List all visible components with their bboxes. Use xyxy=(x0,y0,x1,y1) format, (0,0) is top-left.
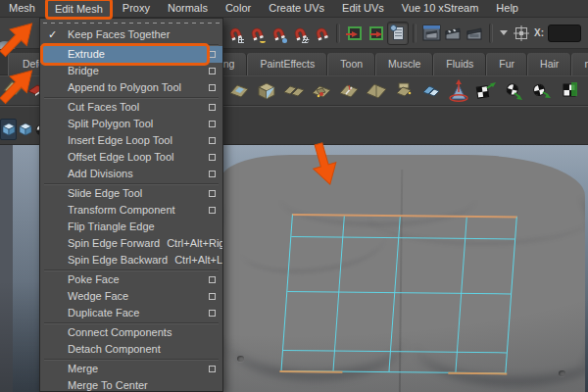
poly-plane-partial-icon[interactable] xyxy=(2,77,25,97)
option-box-icon[interactable] xyxy=(209,121,216,127)
poly-stack-icon[interactable] xyxy=(390,78,417,104)
menu-item-keep-faces-together[interactable]: ✓ Keep Faces Together xyxy=(40,26,222,43)
shortcut-label: Ctrl+Alt+Right xyxy=(167,237,223,249)
option-box-icon[interactable] xyxy=(209,104,216,111)
nipple-left xyxy=(237,356,244,362)
main-menu-bar: Mesh Edit Mesh Proxy Normals Color Creat… xyxy=(0,0,588,18)
shelf-tab-fluids[interactable]: Fluids xyxy=(433,53,486,75)
snap-to-grids-icon[interactable] xyxy=(224,22,246,45)
option-box-icon[interactable] xyxy=(209,366,216,372)
menu-item-slide-edge-tool[interactable]: Slide Edge Tool xyxy=(40,185,222,202)
grid-line xyxy=(388,217,400,371)
menu-help[interactable]: Help xyxy=(487,0,527,17)
menu-edit-mesh[interactable]: Edit Mesh xyxy=(45,0,113,20)
menu-item-spin-edge-forward[interactable]: Spin Edge ForwardCtrl+Alt+Right xyxy=(40,235,222,252)
option-box-icon[interactable] xyxy=(209,68,216,74)
menu-edit-uvs[interactable]: Edit UVs xyxy=(333,0,393,17)
menu-item-poke-face[interactable]: Poke Face xyxy=(40,271,222,288)
menu-proxy[interactable]: Proxy xyxy=(114,0,159,17)
poly-duplicate-faces-icon[interactable] xyxy=(308,78,335,104)
uv-checker-2-icon[interactable] xyxy=(500,78,527,104)
menu-vue-xstream[interactable]: Vue 10 xStream xyxy=(393,0,487,17)
option-box-icon[interactable] xyxy=(209,190,216,197)
option-box-icon[interactable] xyxy=(209,293,216,300)
menu-item-cut-faces-tool[interactable]: Cut Faces Tool xyxy=(40,99,222,116)
menu-item-detach-component[interactable]: Detach Component xyxy=(40,341,222,358)
menu-item-spin-edge-backward[interactable]: Spin Edge BackwardCtrl+Alt+Left xyxy=(40,252,222,269)
grid-line xyxy=(291,236,514,239)
poly-cube-icon[interactable] xyxy=(253,78,280,104)
selected-faces-grid[interactable] xyxy=(280,214,516,373)
option-box-icon[interactable] xyxy=(209,137,216,144)
menu-color[interactable]: Color xyxy=(217,0,260,17)
snap-to-projected-center-icon[interactable] xyxy=(289,22,311,45)
poly-extract-faces-icon[interactable] xyxy=(280,78,308,104)
poly-fold-icon[interactable] xyxy=(363,78,390,104)
menu-item-wedge-face[interactable]: Wedge Face xyxy=(40,288,222,305)
menu-item-insert-edge-loop-tool[interactable]: Insert Edge Loop Tool xyxy=(40,132,222,149)
option-box-icon[interactable] xyxy=(209,51,216,58)
menu-mesh[interactable]: Mesh xyxy=(0,0,44,17)
shortcut-label: Ctrl+Alt+Left xyxy=(174,254,223,266)
menu-normals[interactable]: Normals xyxy=(159,0,217,17)
menu-item-connect-components[interactable]: Connect Components xyxy=(40,324,222,341)
poly-split-face-icon[interactable] xyxy=(335,78,363,104)
shaded-cube-active-icon[interactable] xyxy=(0,119,17,140)
make-live-icon[interactable] xyxy=(311,22,332,45)
toolbar-separator xyxy=(413,24,416,43)
menu-item-merge[interactable]: Merge xyxy=(40,361,222,377)
option-box-icon[interactable] xyxy=(209,310,216,317)
option-box-icon[interactable] xyxy=(209,207,216,214)
shaded-cube-icon[interactable] xyxy=(17,119,33,140)
grid-line xyxy=(333,217,345,371)
shelf-tab-fur[interactable]: Fur xyxy=(486,53,527,75)
option-box-icon[interactable] xyxy=(209,276,216,283)
poly-axis-cone-icon[interactable] xyxy=(445,78,472,104)
shelf-tab-ncloth[interactable]: nCloth xyxy=(571,53,588,75)
toolbar-separator xyxy=(489,24,493,43)
toolbar-separator xyxy=(336,24,340,43)
x-coordinate-input[interactable] xyxy=(548,24,581,42)
menu-item-extrude[interactable]: Extrude xyxy=(40,46,222,63)
menu-item-flip-triangle-edge[interactable]: Flip Triangle Edge xyxy=(40,219,222,235)
menu-item-split-polygon-tool[interactable]: Split Polygon Tool xyxy=(40,116,222,132)
uv-checker-1-icon[interactable] xyxy=(472,78,500,104)
menu-item-merge-to-center[interactable]: Merge To Center xyxy=(40,377,222,392)
edit-mesh-dropdown: ✓ Keep Faces Together Extrude Bridge App… xyxy=(39,18,223,392)
menu-item-duplicate-face[interactable]: Duplicate Face xyxy=(40,305,222,321)
menu-item-add-divisions[interactable]: Add Divisions xyxy=(40,166,222,182)
absolute-transform-icon[interactable] xyxy=(511,22,532,45)
snap-to-points-icon[interactable] xyxy=(268,22,289,45)
option-box-icon[interactable] xyxy=(209,84,216,91)
ipr-render-icon[interactable] xyxy=(464,22,485,45)
shelf-tab-muscle[interactable]: Muscle xyxy=(375,53,433,75)
menu-item-offset-edge-loop-tool[interactable]: Offset Edge Loop Tool xyxy=(40,149,222,166)
render-view-icon[interactable] xyxy=(420,22,442,45)
menu-item-transform-component[interactable]: Transform Component xyxy=(40,202,222,219)
transform-entry-caret-icon[interactable] xyxy=(500,30,508,35)
maya-window: X: Defo Rendering PaintEffects Toon Musc… xyxy=(0,0,588,392)
x-coordinate-label: X: xyxy=(534,27,544,38)
input-connections-icon[interactable] xyxy=(344,22,366,45)
construction-history-icon[interactable] xyxy=(387,22,409,45)
menu-item-bridge[interactable]: Bridge xyxy=(40,63,222,79)
grid-line xyxy=(455,218,466,372)
render-current-frame-icon[interactable] xyxy=(442,22,464,45)
snap-to-curves-icon[interactable] xyxy=(246,22,268,45)
shelf-tab-painteffects[interactable]: PaintEffects xyxy=(247,53,327,75)
poly-plane-icon[interactable] xyxy=(225,78,253,104)
menu-tearoff-handle[interactable] xyxy=(43,19,220,26)
uv-checker-3-icon[interactable] xyxy=(527,78,555,104)
option-box-icon[interactable] xyxy=(209,154,216,161)
poly-subdiv-plane-icon[interactable] xyxy=(417,78,445,104)
grid-line xyxy=(287,291,511,294)
viewport-left-edge xyxy=(0,145,39,392)
menu-create-uvs[interactable]: Create UVs xyxy=(260,0,333,17)
uv-checker-4-icon[interactable] xyxy=(555,78,582,104)
menu-item-append-to-polygon-tool[interactable]: Append to Polygon Tool xyxy=(40,79,222,96)
checkmark-icon: ✓ xyxy=(48,26,57,43)
output-connections-icon[interactable] xyxy=(366,22,387,45)
shelf-tab-toon[interactable]: Toon xyxy=(327,53,375,75)
option-box-icon[interactable] xyxy=(209,171,216,177)
shelf-tab-hair[interactable]: Hair xyxy=(527,53,571,75)
